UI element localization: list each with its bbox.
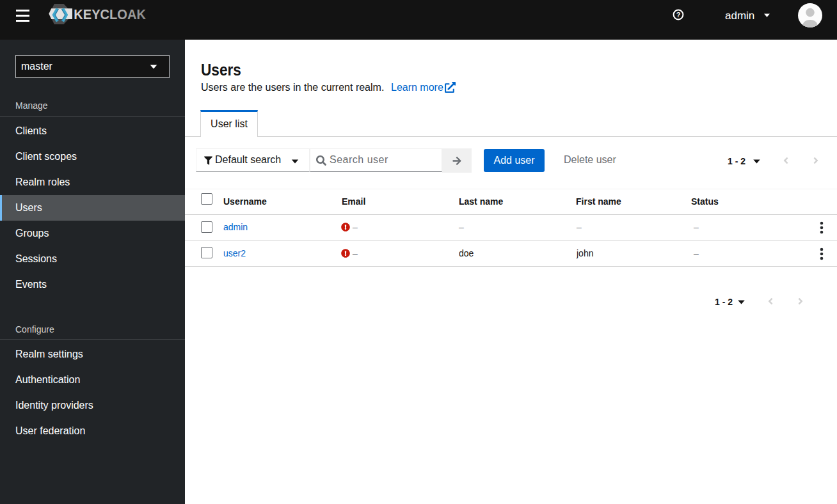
svg-text:KEYCLOAK: KEYCLOAK: [74, 6, 146, 22]
svg-text:?: ?: [676, 11, 681, 19]
